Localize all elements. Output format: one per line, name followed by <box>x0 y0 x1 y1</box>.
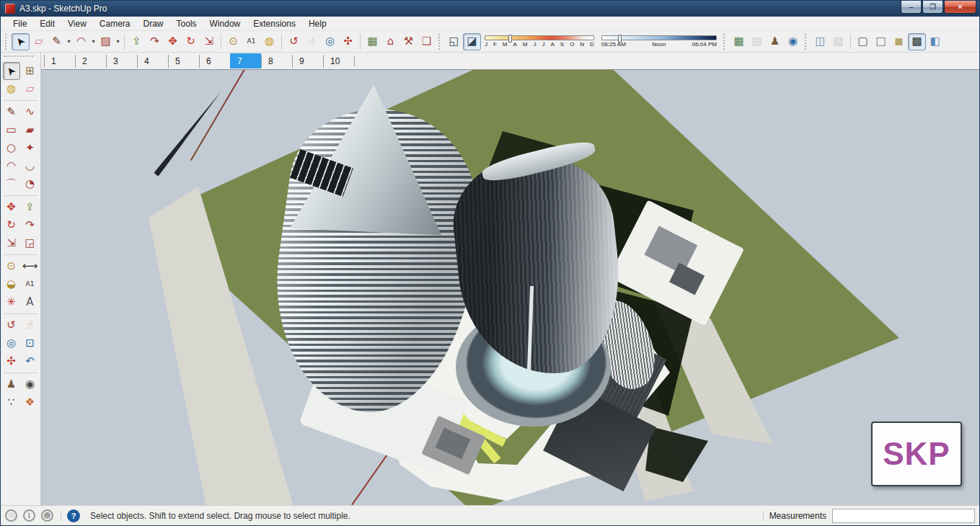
rectangle-tool-dropdown[interactable]: ▾ <box>115 38 121 45</box>
eraser-tool[interactable]: ▱ <box>30 33 48 50</box>
scene-tab-1[interactable]: 1 <box>44 55 75 68</box>
orbit-tool[interactable]: ↺ <box>285 33 303 50</box>
extension-warehouse-button[interactable]: ⚒ <box>399 33 418 50</box>
close-button[interactable]: ✕ <box>944 1 976 14</box>
polygon-tool[interactable]: ✦ <box>22 139 39 157</box>
dimension-tool[interactable]: ⟷ <box>22 257 39 275</box>
scene-tab-5[interactable]: 5 <box>168 55 199 68</box>
tape-measure-tool[interactable]: ⊙ <box>224 33 242 50</box>
zoom-tool[interactable]: ◎ <box>3 334 20 352</box>
arc-tool[interactable]: ◠ <box>3 157 20 175</box>
line-tool[interactable]: ✎ <box>48 33 66 50</box>
xray-style-button[interactable]: ◫ <box>811 33 829 50</box>
menu-window[interactable]: Window <box>203 17 247 30</box>
pan-tool[interactable]: ☝ <box>22 316 39 334</box>
restore-button[interactable]: ❐ <box>922 1 943 14</box>
scale-tool[interactable]: ⇲ <box>3 234 20 252</box>
freehand-tool[interactable]: ∿ <box>22 103 39 121</box>
scene-tab-3[interactable]: 3 <box>106 55 137 68</box>
scene-tab-2[interactable]: 2 <box>75 55 106 68</box>
three-point-arc-tool[interactable]: ⌒ <box>3 175 20 193</box>
menu-edit[interactable]: Edit <box>33 17 61 30</box>
3d-warehouse-button[interactable]: ⌂ <box>381 33 399 50</box>
scene-tab-9[interactable]: 9 <box>292 55 323 68</box>
hidden-line-style-button[interactable]: □ <box>872 33 890 50</box>
look-around-tool[interactable]: ◉ <box>22 375 39 393</box>
paint-bucket-tool[interactable]: ◍ <box>3 80 20 98</box>
add-location-button[interactable]: ▦ <box>730 33 748 50</box>
toolbar-grip[interactable] <box>805 34 808 50</box>
tape-measure-tool[interactable]: ⊙ <box>3 257 20 275</box>
user-status-icon[interactable]: ☻ <box>41 509 53 522</box>
paint-bucket-tool[interactable]: ◍ <box>260 33 278 50</box>
walk-tool[interactable]: ∵ <box>3 393 20 411</box>
line-tool[interactable]: ✎ <box>3 103 20 121</box>
zoom-extents-tool[interactable]: ✣ <box>339 33 357 50</box>
select-tool[interactable]: ➤ <box>3 62 20 80</box>
text-tool[interactable]: A1 <box>22 275 39 293</box>
scale-tool[interactable]: ⇲ <box>200 33 218 50</box>
rotated-rectangle-tool[interactable]: ▰ <box>22 121 39 139</box>
protractor-tool[interactable]: ◒ <box>3 275 20 293</box>
select-tool[interactable]: ➤ <box>12 33 30 50</box>
help-icon[interactable]: ? <box>67 509 80 522</box>
shadow-date-track[interactable] <box>485 35 594 40</box>
zoom-previous-tool[interactable]: ↶ <box>22 352 39 370</box>
arc-tool[interactable]: ◠ <box>72 33 90 50</box>
shadow-time-track[interactable] <box>601 35 717 40</box>
shadow-time-slider[interactable]: 06:25 AMNoon06:04 PM <box>601 35 717 48</box>
rotate-tool[interactable]: ↻ <box>182 33 200 50</box>
photo-textures-button[interactable]: ♟ <box>766 33 784 50</box>
monochrome-style-button[interactable]: ◧ <box>926 33 944 50</box>
shaded-with-textures-style-button[interactable]: ▩ <box>908 33 926 50</box>
eraser-tool[interactable]: ▱ <box>22 80 39 98</box>
shadow-date-handle[interactable] <box>508 35 512 43</box>
rectangle-tool[interactable]: ▨ <box>97 33 115 50</box>
palette-grip[interactable] <box>4 55 33 61</box>
move-tool[interactable]: ✥ <box>3 198 20 216</box>
measurements-input[interactable] <box>832 509 975 523</box>
menu-help[interactable]: Help <box>302 17 333 30</box>
axes-tool[interactable]: ✳ <box>3 293 20 311</box>
follow-me-tool[interactable]: ↷ <box>146 33 164 50</box>
scene-tab-10[interactable]: 10 <box>323 55 354 68</box>
shadow-date-slider[interactable]: JFMAMJJASOND <box>485 35 594 48</box>
toggle-shadows-button[interactable]: ◪ <box>463 33 481 50</box>
send-to-layout-button[interactable]: ❏ <box>418 33 436 50</box>
push-pull-tool[interactable]: ⇪ <box>128 33 146 50</box>
shadow-settings-button[interactable]: ◱ <box>445 33 463 50</box>
back-edges-style-button[interactable]: ▨ <box>829 33 847 50</box>
3d-viewport[interactable]: SKP <box>41 69 979 505</box>
circle-tool[interactable]: ○ <box>3 139 20 157</box>
rotate-tool[interactable]: ↻ <box>3 216 20 234</box>
zoom-window-tool[interactable]: ⊡ <box>22 334 39 352</box>
menu-extensions[interactable]: Extensions <box>247 17 302 30</box>
follow-me-tool[interactable]: ↷ <box>22 216 39 234</box>
menu-draw[interactable]: Draw <box>137 17 170 30</box>
scenes-image-button[interactable]: ▦ <box>363 33 381 50</box>
push-pull-tool[interactable]: ⇪ <box>22 198 39 216</box>
minimize-button[interactable]: – <box>901 1 922 14</box>
zoom-extents-tool[interactable]: ✣ <box>3 352 20 370</box>
pan-tool[interactable]: ☝ <box>303 33 321 50</box>
wireframe-style-button[interactable]: ▢ <box>854 33 872 50</box>
credits-status-icon[interactable]: ℹ <box>23 509 35 522</box>
toolbar-grip[interactable] <box>723 34 727 50</box>
menu-file[interactable]: File <box>6 17 33 30</box>
rectangle-tool[interactable]: ▭ <box>3 121 20 139</box>
scene-tab-8[interactable]: 8 <box>261 55 292 68</box>
zoom-tool[interactable]: ◎ <box>321 33 339 50</box>
scene-tab-7[interactable]: 7 <box>230 53 261 68</box>
two-point-arc-tool[interactable]: ◡ <box>22 157 39 175</box>
scene-tab-6[interactable]: 6 <box>199 55 230 68</box>
shaded-style-button[interactable]: ◼ <box>890 33 908 50</box>
move-tool[interactable]: ✥ <box>164 33 182 50</box>
scene-tab-4[interactable]: 4 <box>137 55 168 68</box>
section-plane-tool[interactable]: ❖ <box>22 393 39 411</box>
menu-view[interactable]: View <box>61 17 93 30</box>
title-bar[interactable]: A3.skp - SketchUp Pro –❐✕ <box>1 1 979 17</box>
toggle-terrain-button[interactable]: ▤ <box>748 33 766 50</box>
shadow-time-handle[interactable] <box>618 35 622 43</box>
text-tool[interactable]: A1 <box>242 33 260 50</box>
pie-tool[interactable]: ◔ <box>22 175 39 193</box>
